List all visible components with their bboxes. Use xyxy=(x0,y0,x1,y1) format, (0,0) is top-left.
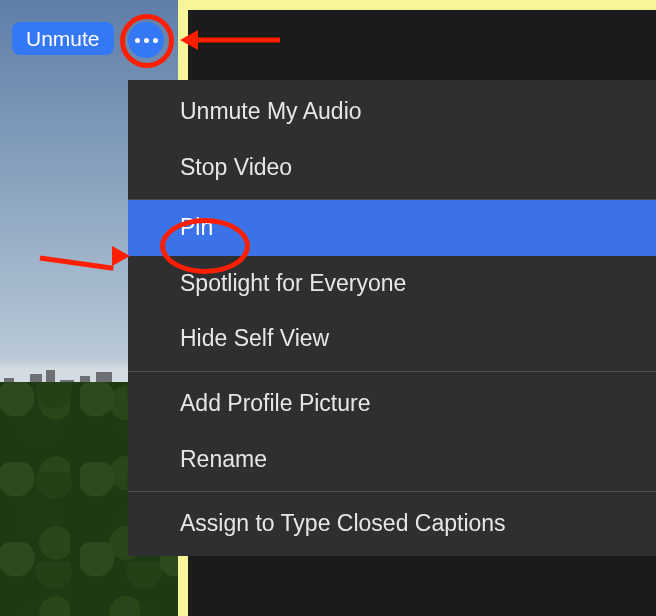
menu-item-label: Assign to Type Closed Captions xyxy=(180,510,506,536)
menu-item-label: Hide Self View xyxy=(180,325,329,351)
menu-item-hide-self-view[interactable]: Hide Self View xyxy=(128,311,656,371)
menu-item-add-profile-picture[interactable]: Add Profile Picture xyxy=(128,372,656,432)
unmute-button[interactable]: Unmute xyxy=(12,22,114,55)
unmute-label: Unmute xyxy=(26,27,100,50)
context-menu: Unmute My Audio Stop Video Pin Spotlight… xyxy=(128,80,656,556)
active-frame-top xyxy=(178,0,656,10)
ellipsis-icon xyxy=(144,38,149,43)
menu-item-label: Rename xyxy=(180,446,267,472)
menu-group: Unmute My Audio Stop Video xyxy=(128,80,656,200)
screenshot-stage: Unmute Unmute My Audio Stop Video Pin Sp… xyxy=(0,0,656,616)
menu-item-label: Pin xyxy=(180,214,213,240)
menu-group: Pin Spotlight for Everyone Hide Self Vie… xyxy=(128,200,656,372)
ellipsis-icon xyxy=(153,38,158,43)
menu-item-assign-captions[interactable]: Assign to Type Closed Captions xyxy=(128,492,656,556)
menu-item-rename[interactable]: Rename xyxy=(128,432,656,492)
menu-item-stop-video[interactable]: Stop Video xyxy=(128,140,656,200)
menu-item-unmute-audio[interactable]: Unmute My Audio xyxy=(128,80,656,140)
menu-item-label: Spotlight for Everyone xyxy=(180,270,406,296)
more-options-button[interactable] xyxy=(128,22,164,58)
menu-item-pin[interactable]: Pin xyxy=(128,200,656,256)
menu-group: Assign to Type Closed Captions xyxy=(128,492,656,556)
menu-group: Add Profile Picture Rename xyxy=(128,372,656,492)
menu-item-spotlight[interactable]: Spotlight for Everyone xyxy=(128,256,656,312)
menu-item-label: Unmute My Audio xyxy=(180,98,362,124)
menu-item-label: Stop Video xyxy=(180,154,292,180)
ellipsis-icon xyxy=(135,38,140,43)
menu-item-label: Add Profile Picture xyxy=(180,390,370,416)
